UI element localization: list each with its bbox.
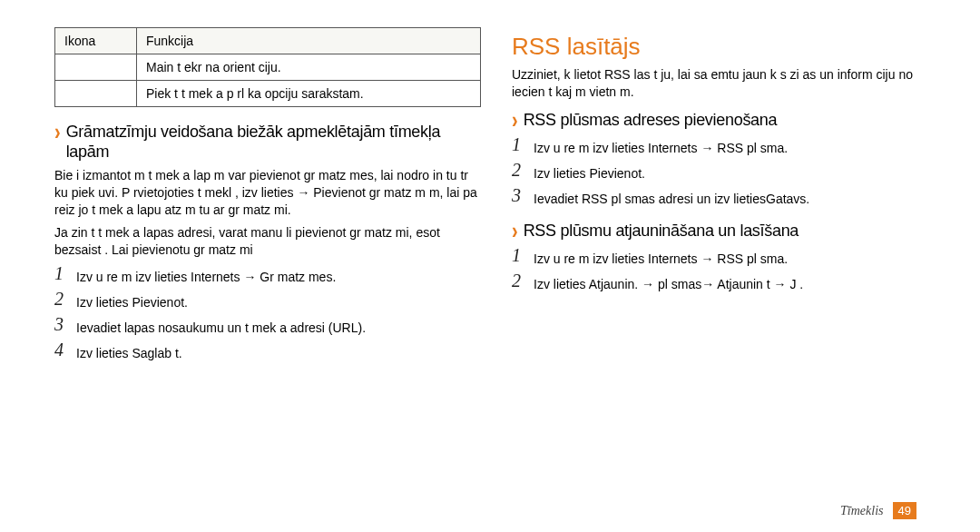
- paragraph: Uzziniet, k lietot RSS las t ju, lai sa …: [512, 66, 926, 101]
- refresh-rss-heading: › RSS plūsmu atjaunināšana un lasīšana: [512, 221, 926, 241]
- bookmark-steps-list: Izv u re m izv lieties Internets → Gr ma…: [54, 264, 481, 366]
- chevron-icon: ›: [512, 218, 518, 244]
- add-rss-steps-list: Izv u re m izv lieties Internets → RSS p…: [512, 135, 926, 212]
- page-footer: Tīmeklis 49: [840, 502, 916, 519]
- paragraph: Ja zin t t mek a lapas adresi, varat man…: [54, 224, 481, 259]
- table-head-funkcija: Funkcija: [137, 28, 481, 54]
- right-column: RSS lasītājs Uzziniet, k lietot RSS las …: [490, 27, 935, 514]
- table-row: Main t ekr na orient ciju.: [55, 54, 481, 81]
- footer-section-label: Tīmeklis: [840, 504, 883, 518]
- table-cell: Main t ekr na orient ciju.: [137, 54, 481, 81]
- list-item: Izv lieties Pievienot.: [54, 290, 481, 315]
- list-item: Izv lieties Saglab t.: [54, 340, 481, 366]
- list-item: Izv u re m izv lieties Internets → RSS p…: [512, 246, 926, 271]
- table-head-ikona: Ikona: [55, 28, 137, 54]
- refresh-rss-steps-list: Izv u re m izv lieties Internets → RSS p…: [512, 246, 926, 297]
- list-item: Izv lieties Atjaunin. → pl smas→ Atjauni…: [512, 271, 926, 297]
- table-row: Piek t t mek a p rl ka opciju sarakstam.: [55, 81, 481, 107]
- left-column: Ikona Funkcija Main t ekr na orient ciju…: [45, 27, 490, 514]
- table-cell: Piek t t mek a p rl ka opciju sarakstam.: [137, 81, 481, 107]
- rss-reader-title: RSS lasītājs: [512, 33, 926, 61]
- list-item: Izv u re m izv lieties Internets → RSS p…: [512, 135, 926, 161]
- add-rss-heading: › RSS plūsmas adreses pievienošana: [512, 110, 926, 130]
- chevron-icon: ›: [54, 119, 61, 145]
- bookmarks-heading: › Grāmatzīmju veidošana biežāk apmeklēta…: [54, 122, 481, 162]
- page-number-badge: 49: [893, 502, 916, 519]
- list-item: Izv u re m izv lieties Internets → Gr ma…: [54, 264, 481, 290]
- list-item: Ievadiet RSS pl smas adresi un izv lieti…: [512, 186, 926, 212]
- list-item: Ievadiet lapas nosaukumu un t mek a adre…: [54, 315, 481, 340]
- paragraph: Bie i izmantot m t mek a lap m var pievi…: [54, 167, 481, 219]
- icon-function-table: Ikona Funkcija Main t ekr na orient ciju…: [54, 27, 481, 107]
- list-item: Izv lieties Pievienot.: [512, 161, 926, 186]
- chevron-icon: ›: [512, 107, 518, 133]
